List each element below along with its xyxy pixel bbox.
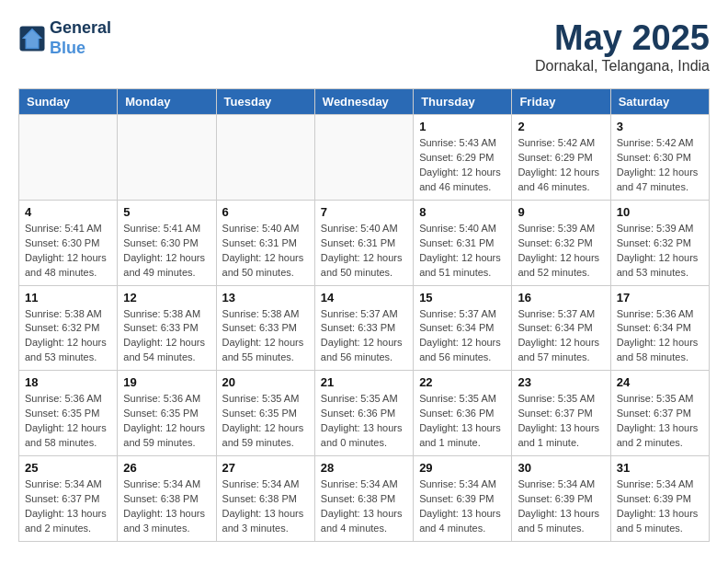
day-info: Sunrise: 5:36 AM Sunset: 6:34 PM Dayligh… xyxy=(617,307,703,366)
day-info: Sunrise: 5:35 AM Sunset: 6:36 PM Dayligh… xyxy=(419,392,506,451)
day-number: 19 xyxy=(123,375,210,389)
day-number: 7 xyxy=(321,205,407,219)
calendar-cell: 7Sunrise: 5:40 AM Sunset: 6:31 PM Daylig… xyxy=(314,200,413,285)
day-info: Sunrise: 5:34 AM Sunset: 6:38 PM Dayligh… xyxy=(321,477,407,536)
day-info: Sunrise: 5:40 AM Sunset: 6:31 PM Dayligh… xyxy=(419,222,506,281)
day-info: Sunrise: 5:42 AM Sunset: 6:30 PM Dayligh… xyxy=(617,136,703,195)
calendar-week-row: 25Sunrise: 5:34 AM Sunset: 6:37 PM Dayli… xyxy=(19,456,710,542)
calendar-cell: 20Sunrise: 5:35 AM Sunset: 6:35 PM Dayli… xyxy=(216,371,314,456)
day-info: Sunrise: 5:41 AM Sunset: 6:30 PM Dayligh… xyxy=(25,222,111,281)
day-number: 28 xyxy=(321,461,407,475)
day-number: 2 xyxy=(518,120,604,133)
day-number: 3 xyxy=(617,120,703,133)
day-number: 10 xyxy=(617,205,703,219)
logo-text: General Blue xyxy=(50,18,111,58)
calendar-cell xyxy=(19,115,118,201)
day-info: Sunrise: 5:34 AM Sunset: 6:39 PM Dayligh… xyxy=(617,477,703,536)
weekday-header: Sunday xyxy=(19,89,118,115)
calendar-week-row: 1Sunrise: 5:43 AM Sunset: 6:29 PM Daylig… xyxy=(19,115,710,201)
day-info: Sunrise: 5:41 AM Sunset: 6:30 PM Dayligh… xyxy=(123,222,210,281)
day-info: Sunrise: 5:38 AM Sunset: 6:32 PM Dayligh… xyxy=(25,307,111,366)
calendar-cell: 18Sunrise: 5:36 AM Sunset: 6:35 PM Dayli… xyxy=(19,371,118,456)
day-number: 23 xyxy=(518,375,604,389)
calendar-cell: 23Sunrise: 5:35 AM Sunset: 6:37 PM Dayli… xyxy=(512,371,610,456)
day-number: 24 xyxy=(617,375,703,389)
calendar-cell: 10Sunrise: 5:39 AM Sunset: 6:32 PM Dayli… xyxy=(610,200,709,285)
calendar: SundayMondayTuesdayWednesdayThursdayFrid… xyxy=(18,88,710,542)
day-info: Sunrise: 5:43 AM Sunset: 6:29 PM Dayligh… xyxy=(419,136,506,195)
weekday-header: Wednesday xyxy=(314,89,413,115)
logo-line1: General xyxy=(50,18,111,39)
weekday-row: SundayMondayTuesdayWednesdayThursdayFrid… xyxy=(19,89,710,115)
calendar-cell: 13Sunrise: 5:38 AM Sunset: 6:33 PM Dayli… xyxy=(216,285,314,371)
day-number: 16 xyxy=(518,291,604,304)
weekday-header: Friday xyxy=(512,89,610,115)
calendar-header: SundayMondayTuesdayWednesdayThursdayFrid… xyxy=(19,89,710,115)
day-info: Sunrise: 5:34 AM Sunset: 6:37 PM Dayligh… xyxy=(25,477,111,536)
calendar-cell: 30Sunrise: 5:34 AM Sunset: 6:39 PM Dayli… xyxy=(512,456,610,542)
calendar-cell: 5Sunrise: 5:41 AM Sunset: 6:30 PM Daylig… xyxy=(118,200,216,285)
title-block: May 2025 Dornakal, Telangana, India xyxy=(535,18,710,75)
month-title: May 2025 xyxy=(535,18,710,58)
calendar-cell xyxy=(314,115,413,201)
calendar-body: 1Sunrise: 5:43 AM Sunset: 6:29 PM Daylig… xyxy=(19,115,710,542)
calendar-cell: 26Sunrise: 5:34 AM Sunset: 6:38 PM Dayli… xyxy=(118,456,216,542)
calendar-cell: 16Sunrise: 5:37 AM Sunset: 6:34 PM Dayli… xyxy=(512,285,610,371)
logo-line2: Blue xyxy=(50,39,85,57)
day-info: Sunrise: 5:35 AM Sunset: 6:37 PM Dayligh… xyxy=(518,392,604,451)
weekday-header: Tuesday xyxy=(216,89,314,115)
calendar-cell: 14Sunrise: 5:37 AM Sunset: 6:33 PM Dayli… xyxy=(314,285,413,371)
day-number: 17 xyxy=(617,291,703,304)
calendar-cell: 12Sunrise: 5:38 AM Sunset: 6:33 PM Dayli… xyxy=(118,285,216,371)
day-info: Sunrise: 5:34 AM Sunset: 6:38 PM Dayligh… xyxy=(222,477,309,536)
day-number: 4 xyxy=(25,205,111,219)
day-number: 14 xyxy=(321,291,407,304)
day-info: Sunrise: 5:35 AM Sunset: 6:36 PM Dayligh… xyxy=(321,392,407,451)
calendar-cell: 28Sunrise: 5:34 AM Sunset: 6:38 PM Dayli… xyxy=(314,456,413,542)
day-info: Sunrise: 5:34 AM Sunset: 6:39 PM Dayligh… xyxy=(518,477,604,536)
day-number: 22 xyxy=(419,375,506,389)
day-number: 21 xyxy=(321,375,407,389)
calendar-cell: 4Sunrise: 5:41 AM Sunset: 6:30 PM Daylig… xyxy=(19,200,118,285)
day-number: 8 xyxy=(419,205,506,219)
day-info: Sunrise: 5:34 AM Sunset: 6:39 PM Dayligh… xyxy=(419,477,506,536)
day-number: 30 xyxy=(518,461,604,475)
calendar-cell: 1Sunrise: 5:43 AM Sunset: 6:29 PM Daylig… xyxy=(414,115,512,201)
page: General Blue May 2025 Dornakal, Telangan… xyxy=(0,0,728,560)
day-info: Sunrise: 5:40 AM Sunset: 6:31 PM Dayligh… xyxy=(321,222,407,281)
calendar-cell: 25Sunrise: 5:34 AM Sunset: 6:37 PM Dayli… xyxy=(19,456,118,542)
day-info: Sunrise: 5:38 AM Sunset: 6:33 PM Dayligh… xyxy=(222,307,309,366)
logo: General Blue xyxy=(18,18,111,58)
day-info: Sunrise: 5:42 AM Sunset: 6:29 PM Dayligh… xyxy=(518,136,604,195)
day-info: Sunrise: 5:34 AM Sunset: 6:38 PM Dayligh… xyxy=(123,477,210,536)
weekday-header: Thursday xyxy=(414,89,512,115)
day-number: 31 xyxy=(617,461,703,475)
calendar-cell: 17Sunrise: 5:36 AM Sunset: 6:34 PM Dayli… xyxy=(610,285,709,371)
calendar-cell: 24Sunrise: 5:35 AM Sunset: 6:37 PM Dayli… xyxy=(610,371,709,456)
day-number: 15 xyxy=(419,291,506,304)
day-number: 12 xyxy=(123,291,210,304)
header: General Blue May 2025 Dornakal, Telangan… xyxy=(18,18,710,75)
day-number: 5 xyxy=(123,205,210,219)
calendar-cell: 21Sunrise: 5:35 AM Sunset: 6:36 PM Dayli… xyxy=(314,371,413,456)
calendar-cell: 9Sunrise: 5:39 AM Sunset: 6:32 PM Daylig… xyxy=(512,200,610,285)
calendar-week-row: 4Sunrise: 5:41 AM Sunset: 6:30 PM Daylig… xyxy=(19,200,710,285)
day-info: Sunrise: 5:38 AM Sunset: 6:33 PM Dayligh… xyxy=(123,307,210,366)
calendar-week-row: 18Sunrise: 5:36 AM Sunset: 6:35 PM Dayli… xyxy=(19,371,710,456)
weekday-header: Saturday xyxy=(610,89,709,115)
logo-icon xyxy=(18,25,46,52)
calendar-cell xyxy=(216,115,314,201)
day-number: 11 xyxy=(25,291,111,304)
day-info: Sunrise: 5:37 AM Sunset: 6:34 PM Dayligh… xyxy=(419,307,506,366)
calendar-cell: 11Sunrise: 5:38 AM Sunset: 6:32 PM Dayli… xyxy=(19,285,118,371)
day-info: Sunrise: 5:37 AM Sunset: 6:34 PM Dayligh… xyxy=(518,307,604,366)
day-number: 20 xyxy=(222,375,309,389)
calendar-cell: 15Sunrise: 5:37 AM Sunset: 6:34 PM Dayli… xyxy=(414,285,512,371)
calendar-cell xyxy=(118,115,216,201)
day-info: Sunrise: 5:36 AM Sunset: 6:35 PM Dayligh… xyxy=(25,392,111,451)
day-number: 27 xyxy=(222,461,309,475)
day-number: 9 xyxy=(518,205,604,219)
calendar-cell: 22Sunrise: 5:35 AM Sunset: 6:36 PM Dayli… xyxy=(414,371,512,456)
calendar-week-row: 11Sunrise: 5:38 AM Sunset: 6:32 PM Dayli… xyxy=(19,285,710,371)
day-number: 29 xyxy=(419,461,506,475)
